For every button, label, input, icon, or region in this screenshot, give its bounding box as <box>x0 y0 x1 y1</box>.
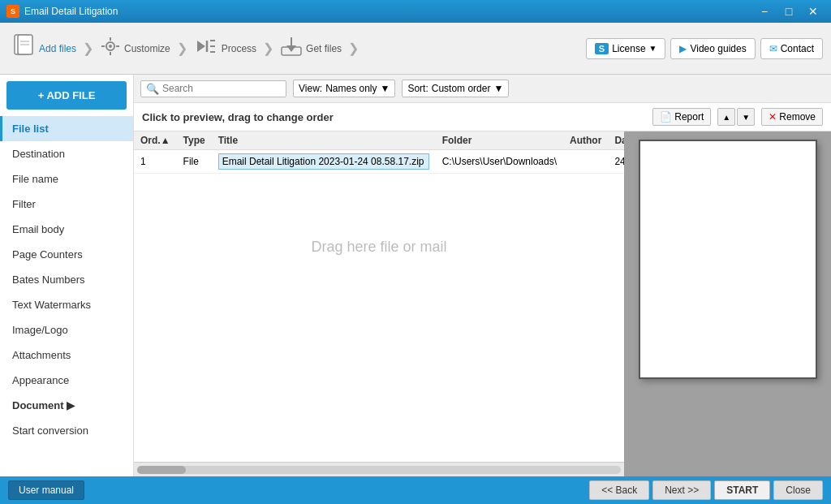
user-manual-button[interactable]: User manual <box>8 480 84 500</box>
next-button[interactable]: Next >> <box>652 480 711 500</box>
preview-page <box>639 140 817 379</box>
svg-point-5 <box>109 45 112 48</box>
cell-author <box>563 150 608 174</box>
sidebar-item-bates-numbers[interactable]: Bates Numbers <box>0 267 133 292</box>
maximize-button[interactable]: □ <box>777 0 800 23</box>
step-arrow-3: ❯ <box>263 41 273 56</box>
move-down-button[interactable]: ▼ <box>737 108 755 126</box>
sidebar-item-file-list[interactable]: File list <box>0 116 133 141</box>
step-arrow-1: ❯ <box>83 41 93 56</box>
col-author: Author <box>563 131 608 150</box>
view-value: Names only <box>325 83 377 94</box>
navigation-buttons: << Back Next >> START Close <box>589 480 823 500</box>
close-button[interactable]: Close <box>773 480 823 500</box>
back-button[interactable]: << Back <box>589 480 649 500</box>
search-input[interactable] <box>162 83 284 94</box>
sort-select[interactable]: Sort: Custom order ▼ <box>402 80 509 97</box>
view-label: View: <box>299 83 322 94</box>
action-buttons: 📄 Report ▲ ▼ ✕ Remove <box>652 108 823 126</box>
step-get-files-label: Get files <box>306 43 342 54</box>
sidebar-item-email-body[interactable]: Email body <box>0 217 133 242</box>
click-preview-text: Click to preview, drag to change order <box>142 111 334 123</box>
step-process[interactable]: Process <box>189 34 261 63</box>
report-label: Report <box>674 111 704 123</box>
remove-icon: ✕ <box>769 111 777 123</box>
step-get-files[interactable]: Get files <box>275 32 347 65</box>
license-button[interactable]: S License ▼ <box>586 38 666 59</box>
bottom-left: User manual <box>8 480 84 500</box>
sidebar-item-label: Attachments <box>12 349 71 361</box>
title-bar-controls: − □ ✕ <box>753 0 825 23</box>
sidebar-item-text-watermarks[interactable]: Text Watermarks <box>0 292 133 317</box>
step-customize-label: Customize <box>124 43 170 54</box>
svg-marker-10 <box>197 41 205 52</box>
table-row[interactable]: 1 File C:\Users\User\Downloads\ 24/01/2 <box>134 150 624 174</box>
sidebar-item-label: Email body <box>12 223 64 235</box>
svg-marker-17 <box>286 45 296 52</box>
cell-folder: C:\Users\User\Downloads\ <box>436 150 563 174</box>
col-ord: Ord.▲ <box>134 131 177 150</box>
sidebar-item-attachments[interactable]: Attachments <box>0 342 133 368</box>
toolbar-steps: Add files ❯ Customize ❯ <box>8 30 360 67</box>
col-type: Type <box>177 131 212 150</box>
title-input[interactable] <box>218 153 429 170</box>
search-box[interactable]: 🔍 <box>140 80 286 97</box>
move-up-button[interactable]: ▲ <box>717 108 735 126</box>
file-list-toolbar: 🔍 View: Names only ▼ Sort: Custom order … <box>134 75 831 103</box>
sidebar-item-label: Destination <box>12 148 65 160</box>
sidebar-item-filter[interactable]: Filter <box>0 192 133 217</box>
cell-ord: 1 <box>134 150 177 174</box>
view-select[interactable]: View: Names only ▼ <box>293 80 395 97</box>
file-table: Ord.▲ Type Title Folder Author Date 1 <box>134 131 624 462</box>
license-label: License <box>612 43 645 54</box>
report-button[interactable]: 📄 Report <box>652 108 711 126</box>
sidebar-item-label: Start conversion <box>12 424 88 437</box>
play-icon: ▶ <box>679 43 687 54</box>
sidebar-item-label: Bates Numbers <box>12 274 85 286</box>
contact-button[interactable]: ✉ Contact <box>760 38 823 59</box>
view-dropdown-icon: ▼ <box>381 83 390 94</box>
add-files-icon <box>13 33 36 64</box>
remove-button[interactable]: ✕ Remove <box>761 108 823 126</box>
reorder-buttons: ▲ ▼ <box>717 108 755 126</box>
search-icon: 🔍 <box>146 83 159 95</box>
horizontal-scrollbar[interactable] <box>134 462 624 476</box>
video-guides-label: Video guides <box>690 43 746 54</box>
step-customize[interactable]: Customize <box>95 32 175 65</box>
bottom-bar: User manual << Back Next >> START Close <box>0 476 831 504</box>
sidebar-item-destination[interactable]: Destination <box>0 141 133 166</box>
video-guides-button[interactable]: ▶ Video guides <box>670 38 755 59</box>
window-title: Email Detail Litigation <box>24 6 118 17</box>
sidebar-item-appearance[interactable]: Appearance <box>0 368 133 393</box>
get-files-icon <box>280 36 303 62</box>
toolbar-buttons: S License ▼ ▶ Video guides ✉ Contact <box>586 38 823 59</box>
sidebar-item-label: Image/Logo <box>12 324 68 336</box>
step-add-files[interactable]: Add files <box>8 30 81 67</box>
license-dropdown-icon: ▼ <box>649 44 657 53</box>
preview-panel <box>624 131 831 476</box>
sidebar-item-label: Page Counters <box>12 248 83 261</box>
sidebar-item-file-name[interactable]: File name <box>0 166 133 192</box>
step-arrow-4: ❯ <box>348 41 359 56</box>
sidebar-item-label: Text Watermarks <box>12 299 91 311</box>
sidebar-item-page-counters[interactable]: Page Counters <box>0 242 133 267</box>
step-arrow-2: ❯ <box>177 41 187 56</box>
start-button[interactable]: START <box>714 480 770 500</box>
step-process-label: Process <box>222 43 256 54</box>
sidebar-item-start-conversion[interactable]: Start conversion <box>0 418 133 443</box>
app-icon: S <box>6 5 19 18</box>
remove-label: Remove <box>779 111 816 123</box>
envelope-icon: ✉ <box>769 43 777 54</box>
sort-value: Custom order <box>432 83 491 94</box>
add-file-button[interactable]: + ADD FILE <box>6 81 127 110</box>
close-window-button[interactable]: ✕ <box>802 0 825 23</box>
cell-date: 24/01/2 <box>608 150 624 174</box>
sidebar-item-image-logo[interactable]: Image/Logo <box>0 317 133 342</box>
drag-hint: Drag here file or mail <box>311 239 446 256</box>
minimize-button[interactable]: − <box>753 0 776 23</box>
sidebar-item-document[interactable]: Document ▶ <box>0 393 133 418</box>
step-add-files-label: Add files <box>39 43 76 54</box>
main-layout: + ADD FILE File list Destination File na… <box>0 75 831 476</box>
sidebar-item-label: File name <box>12 173 58 185</box>
scrollbar-track[interactable] <box>137 466 621 474</box>
